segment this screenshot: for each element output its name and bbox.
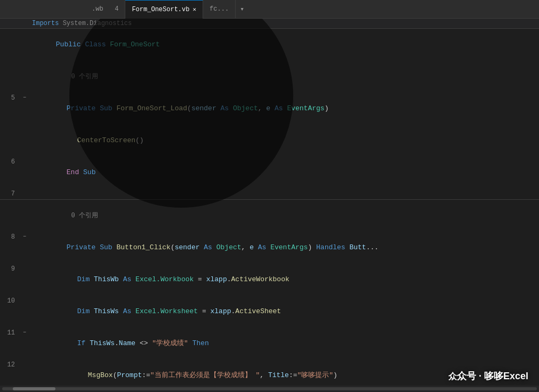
line8-content: Private Sub Button1_Click(sender As Obje…: [29, 232, 539, 264]
ln-10: 10: [0, 296, 20, 306]
ref-hint-1: 0 个引用: [29, 61, 539, 93]
ln-7: 7: [0, 189, 20, 199]
ln-5: 5: [0, 93, 20, 103]
tab-close-icon[interactable]: ✕: [192, 6, 196, 13]
namespace-line: Imports System.Diagnostics: [0, 19, 539, 29]
ln-12: 12: [0, 360, 20, 370]
class-decl-line: Public Class Form_OneSort: [0, 29, 539, 61]
code-line-8: 8 − Private Sub Button1_Click(sender As …: [0, 232, 539, 264]
class-declaration: Public Class Form_OneSort: [29, 29, 539, 61]
g-8[interactable]: −: [20, 232, 29, 242]
code-line-10: 10 Dim ThisWs As Excel.Worksheet = xlapp…: [0, 296, 539, 328]
scroll-track[interactable]: [2, 387, 537, 390]
line6-content: End Sub: [29, 157, 539, 189]
code-line-11: 11 − If ThisWs.Name <> "学校成绩" Then: [0, 328, 539, 360]
horizontal-scrollbar[interactable]: [0, 386, 539, 392]
ln-11: 11: [0, 328, 20, 338]
ref-hint-line-2: 0 个引用: [0, 200, 539, 232]
scroll-thumb[interactable]: [13, 387, 55, 390]
ln-9: 9: [0, 264, 20, 274]
ref-hint-2: 0 个引用: [29, 200, 539, 232]
tab-wb-label: .wb 4: [92, 5, 118, 13]
g-5[interactable]: −: [20, 93, 29, 103]
tab-bar: .wb 4 Form_OneSort.vb ✕ fc... ▾: [0, 0, 539, 19]
line11-content: If ThisWs.Name <> "学校成绩" Then: [29, 328, 539, 360]
line-cts-content: CenterToScreen(): [29, 125, 539, 157]
code-editor[interactable]: Public Class Form_OneSort 0 个引用 5 − Priv…: [0, 29, 539, 392]
tab-wb[interactable]: .wb 4: [85, 0, 125, 19]
code-line-5: 5 − Private Sub Form_OneSort_Load(sender…: [0, 93, 539, 125]
tab-dropdown-btn[interactable]: ▾: [236, 0, 248, 19]
code-line-7: 7: [0, 189, 539, 199]
code-line-9: 9 Dim ThisWb As Excel.Workbook = xlapp.A…: [0, 264, 539, 296]
ln-6: 6: [0, 157, 20, 167]
line10-content: Dim ThisWs As Excel.Worksheet = xlapp.Ac…: [29, 296, 539, 328]
tab-fc-label: fc...: [210, 5, 229, 13]
tab-form-onesort-label: Form_OneSort.vb: [132, 6, 189, 13]
namespace-text: System.Diagnostics: [63, 20, 132, 27]
code-line-centertoscreen: CenterToScreen(): [0, 125, 539, 157]
line9-content: Dim ThisWb As Excel.Workbook = xlapp.Act…: [29, 264, 539, 296]
ln-8: 8: [0, 232, 20, 242]
g-11[interactable]: −: [20, 328, 29, 338]
line5-content: Private Sub Form_OneSort_Load(sender As …: [29, 93, 539, 125]
tab-form-onesort[interactable]: Form_OneSort.vb ✕: [125, 0, 203, 19]
tab-fc[interactable]: fc...: [203, 0, 236, 19]
ref-hint-line-1: 0 个引用: [0, 61, 539, 93]
code-line-6: 6 End Sub: [0, 157, 539, 189]
